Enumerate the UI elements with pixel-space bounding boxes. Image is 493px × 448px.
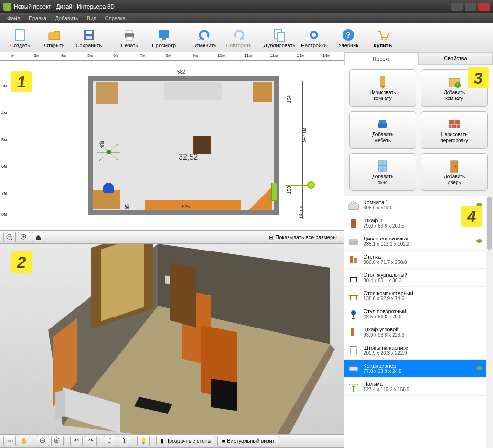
menu-view[interactable]: Вид <box>83 14 100 22</box>
room-outline[interactable]: 32,52 <box>88 76 279 215</box>
pan-button[interactable]: ✋ <box>18 436 30 446</box>
scrollbar[interactable] <box>486 196 493 448</box>
object-icon <box>347 235 360 248</box>
add-furniture-button[interactable]: Добавитьмебель <box>349 111 416 149</box>
duplicate-button[interactable]: Дублировать <box>264 25 295 51</box>
svg-line-19 <box>109 143 118 152</box>
maximize-button[interactable] <box>465 3 476 11</box>
object-item[interactable]: Кондиционер 77.0 x 33.0 x 24.5 <box>344 360 486 378</box>
plan-canvas[interactable]: 32,52 582 154 347 см 159 65 см 489 665 9… <box>10 61 344 230</box>
object-item[interactable]: Шторы на карнизе 200.9 x 20.3 x 222.9 <box>344 341 486 360</box>
light-button[interactable]: 💡 <box>137 436 150 446</box>
menu-add[interactable]: Добавить <box>51 14 82 22</box>
chair-plan[interactable] <box>103 183 114 193</box>
visibility-toggle[interactable] <box>476 312 483 317</box>
visibility-toggle[interactable] <box>476 239 483 244</box>
svg-rect-5 <box>126 30 133 33</box>
object-item[interactable]: Диван еврокнижка 235.1 x 113.1 x 102.2 <box>344 232 486 251</box>
ruler-horizontal: м 3м 4м 5м 6м 7м 8м 9м 10м 11м 12м 13м 1… <box>0 52 344 61</box>
scroll-thumb[interactable] <box>487 197 492 250</box>
plan-view[interactable]: 3м 4м 5м 6м 7м 8м <box>0 61 344 230</box>
rotate-right-button[interactable]: ↷ <box>85 436 97 446</box>
ac-plan[interactable] <box>271 183 277 201</box>
settings-button[interactable]: Настройки <box>298 25 330 51</box>
help-button[interactable]: ?Учебник <box>332 25 364 51</box>
tilt-up-button[interactable]: ⤴ <box>104 436 116 446</box>
desk-plan[interactable] <box>93 190 120 209</box>
zoom-out-button[interactable] <box>3 232 16 242</box>
svg-rect-72 <box>350 256 353 263</box>
menu-edit[interactable]: Правка <box>25 14 50 22</box>
svg-rect-76 <box>356 278 357 282</box>
menu-file[interactable]: Файл <box>3 14 24 22</box>
svg-rect-75 <box>350 278 351 282</box>
wardrobe-plan[interactable] <box>253 82 272 102</box>
draw-room-button[interactable]: Нарисоватькомнату <box>349 69 416 107</box>
buy-button[interactable]: Купить <box>367 25 398 51</box>
svg-point-67 <box>455 166 457 167</box>
svg-rect-85 <box>349 367 358 371</box>
add-window-button[interactable]: Добавитьокно <box>349 153 416 191</box>
visibility-toggle[interactable] <box>476 275 483 280</box>
svg-rect-73 <box>354 258 357 263</box>
object-item[interactable]: Шкаф угловой 93.9 x 93.8 x 223.6 <box>344 323 486 341</box>
object-item[interactable]: Пальма 127.4 x 116.2 x 158.5 <box>344 378 486 396</box>
table-plan[interactable] <box>193 136 211 154</box>
corner-wardrobe-plan[interactable] <box>96 82 118 104</box>
object-item[interactable]: Стул поворотный 48.5 x 56.6 x 79.9 <box>344 305 486 323</box>
file-new-icon <box>12 27 28 43</box>
undo-button[interactable]: Отменить <box>189 25 220 51</box>
tab-project[interactable]: Проект <box>344 52 418 65</box>
create-button[interactable]: Создать <box>4 25 36 51</box>
visibility-toggle[interactable] <box>476 366 483 371</box>
svg-rect-51 <box>380 76 385 86</box>
undo-icon <box>197 27 212 43</box>
object-name: Пальма <box>364 381 476 387</box>
object-dims: 200.9 x 20.3 x 222.9 <box>364 350 476 356</box>
object-dims: 695.0 x 519.0 <box>364 205 476 210</box>
virtual-visit-button[interactable]: ■Виртуальный визит <box>217 436 279 446</box>
view-3d[interactable]: 2 <box>0 244 344 434</box>
home-button[interactable] <box>32 232 44 242</box>
tv-corner-plan[interactable] <box>248 186 272 210</box>
open-button[interactable]: Открыть <box>39 25 70 51</box>
view3d-button-bar: 360 ✋ ↶ ↷ ⤴ ⤵ 💡 ▮Прозрачные стены ■Вирту… <box>0 434 344 448</box>
menu-help[interactable]: Справка <box>101 14 129 22</box>
tilt-down-button[interactable]: ⤵ <box>118 436 130 446</box>
object-item[interactable]: Стол компьютерный 138.0 x 62.9 x 74.6 <box>344 287 486 305</box>
draw-partition-button[interactable]: Нарисоватьперегородку <box>421 111 488 149</box>
add-door-button[interactable]: Добавитьдверь <box>421 153 488 191</box>
zoom-in-3d-button[interactable] <box>51 436 64 446</box>
handle-icon[interactable] <box>307 181 315 189</box>
visibility-toggle[interactable] <box>476 384 483 389</box>
rotate-left-button[interactable]: ↶ <box>70 436 83 446</box>
zoom-out-3d-button[interactable] <box>37 436 49 446</box>
preview-button[interactable]: Просмотр <box>148 25 180 51</box>
close-button[interactable] <box>478 3 490 11</box>
visibility-toggle[interactable] <box>476 294 483 298</box>
show-all-dims-button[interactable]: ⊞Показывать все размеры <box>265 232 341 242</box>
svg-rect-79 <box>356 296 357 300</box>
print-button[interactable]: Печать <box>114 25 145 51</box>
object-name: Стол компьютерный <box>364 290 476 296</box>
save-button[interactable]: Сохранить <box>73 25 105 51</box>
rotate-360-button[interactable]: 360 <box>3 436 16 446</box>
object-icon <box>347 290 360 302</box>
visibility-toggle[interactable] <box>476 348 483 353</box>
object-item[interactable]: Стенка 302.6 x 71.7 x 250.0 <box>344 251 486 269</box>
object-dims: 93.9 x 93.8 x 223.6 <box>364 332 476 338</box>
sofa-plan[interactable] <box>164 82 222 100</box>
armchair-icon <box>375 117 390 131</box>
svg-rect-78 <box>350 296 351 300</box>
visibility-toggle[interactable] <box>476 330 483 335</box>
visibility-toggle[interactable] <box>476 257 483 262</box>
zoom-in-button[interactable] <box>18 232 30 242</box>
object-icon <box>347 362 360 375</box>
object-item[interactable]: Стол журнальный 80.4 x 80.1 x 30.3 <box>344 269 486 287</box>
minimize-button[interactable] <box>451 3 463 11</box>
transparent-walls-button[interactable]: ▮Прозрачные стены <box>156 436 215 446</box>
svg-text:?: ? <box>346 31 351 39</box>
redo-button[interactable]: Повторить <box>223 25 255 51</box>
tab-properties[interactable]: Свойства <box>418 52 493 65</box>
wallunit-plan[interactable] <box>145 200 241 210</box>
